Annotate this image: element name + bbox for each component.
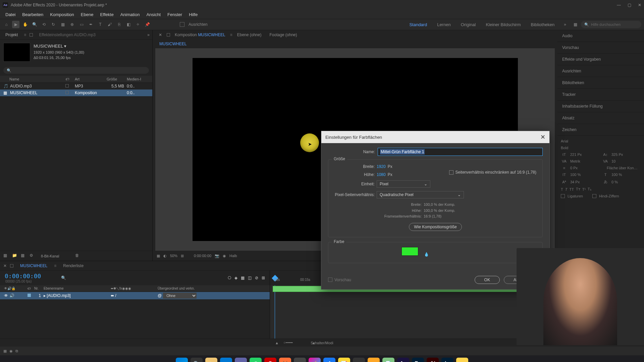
tl-icon-3[interactable]: ▦ bbox=[241, 276, 245, 280]
zoom-dropdown[interactable]: 50% bbox=[170, 254, 177, 258]
font-weight-dropdown[interactable]: Bold bbox=[561, 146, 641, 150]
taskbar-messenger-icon[interactable]: ⚡ bbox=[309, 358, 321, 362]
parent-dropdown[interactable]: Ohne bbox=[163, 293, 197, 299]
width-value[interactable]: 1920 bbox=[377, 164, 386, 169]
panel-content-aware[interactable]: Inhaltsbasierte Füllung bbox=[557, 101, 644, 112]
trash-icon[interactable]: 🗑 bbox=[75, 253, 81, 259]
viewer-channel-icon[interactable]: ◉ bbox=[223, 254, 226, 258]
taskbar-search-icon[interactable]: 🔍 bbox=[191, 358, 203, 362]
taskbar-whatsapp-icon[interactable]: ✆ bbox=[250, 358, 262, 362]
new-folder-icon[interactable]: 📁 bbox=[12, 253, 18, 259]
panel-align[interactable]: Ausrichten bbox=[557, 65, 644, 77]
timeline-layer-row[interactable]: 👁 🔊 1 ▸ [AUDIO.mp3] ⬌ / @ Ohne bbox=[0, 292, 270, 299]
panel-character[interactable]: Zeichen bbox=[557, 124, 644, 136]
tl-header-name[interactable]: Ebenenname bbox=[42, 287, 109, 290]
label-color-swatch[interactable] bbox=[65, 84, 69, 87]
color-swatch-button[interactable] bbox=[401, 247, 418, 256]
panel-paragraph[interactable]: Absatz bbox=[557, 112, 644, 124]
brush-tool-icon[interactable]: 🖌 bbox=[106, 21, 113, 28]
dialog-titlebar[interactable]: Einstellungen für Farbflächen ✕ bbox=[321, 131, 549, 143]
taskbar-teams-icon[interactable]: 👥 bbox=[235, 358, 247, 362]
menu-ansicht[interactable]: Ansicht bbox=[143, 11, 164, 18]
taskbar-mail-icon[interactable]: ✉ bbox=[220, 358, 232, 362]
tl-zoom-slider[interactable]: ○━━━ bbox=[283, 341, 293, 345]
viewer-ruler-icon[interactable]: ⊞ bbox=[181, 254, 184, 258]
start-button[interactable]: ⊞ bbox=[176, 358, 188, 362]
taskbar-ps-icon[interactable]: Ps bbox=[412, 358, 424, 362]
timeline-tab-comp[interactable]: MUSICWHEEL bbox=[17, 262, 51, 269]
roto-tool-icon[interactable]: ✧ bbox=[134, 21, 142, 28]
aspect-lock-checkbox[interactable] bbox=[449, 170, 453, 175]
height-value[interactable]: 1080 bbox=[377, 172, 386, 177]
tl-icon-1[interactable]: ⎔ bbox=[228, 276, 231, 280]
preview-checkbox[interactable] bbox=[328, 278, 332, 282]
tl-zoom-in-icon[interactable]: ▲ bbox=[312, 341, 316, 345]
workspace-lernen[interactable]: Lernen bbox=[433, 21, 454, 28]
status-icon-1[interactable]: ▦ bbox=[3, 349, 7, 353]
tl-header-parent[interactable]: Übergeordnet und verkn. bbox=[156, 287, 210, 290]
allcaps-icon[interactable]: TT bbox=[569, 187, 574, 191]
panel-preview[interactable]: Vorschau bbox=[557, 42, 644, 54]
eraser-tool-icon[interactable]: ◧ bbox=[125, 21, 132, 28]
help-search-input[interactable]: 🔍 Hilfe durchsuchen bbox=[581, 21, 641, 28]
font-family-dropdown[interactable]: Arial bbox=[561, 139, 641, 143]
panel-libraries[interactable]: Bibliotheken bbox=[557, 77, 644, 89]
status-icon-2[interactable]: ◉ bbox=[9, 349, 13, 353]
menu-bearbeiten[interactable]: Bearbeiten bbox=[19, 11, 47, 18]
baseline-value[interactable]: 34 Px bbox=[570, 180, 599, 184]
anchor-tool-icon[interactable]: ⊕ bbox=[68, 21, 76, 28]
col-header-name[interactable]: Name bbox=[3, 77, 65, 81]
snap-checkbox[interactable] bbox=[180, 22, 184, 27]
layer-name[interactable]: [AUDIO.mp3] bbox=[47, 293, 70, 298]
font-size-value[interactable]: 221 Px bbox=[570, 153, 599, 157]
menu-datei[interactable]: Datei bbox=[2, 11, 19, 18]
viewer-timecode[interactable]: 0:00:00:00 bbox=[194, 254, 211, 258]
taskbar-q-icon[interactable]: ▼ bbox=[456, 358, 468, 362]
camera-tool-icon[interactable]: ▦ bbox=[59, 21, 66, 28]
project-item-musicwheel[interactable]: ▦ MUSICWHEEL Komposition 0:0.. bbox=[0, 89, 152, 96]
comp-flowchart-breadcrumb[interactable]: MUSICWHEEL bbox=[153, 40, 557, 48]
unit-dropdown[interactable]: Pixel ⌄ bbox=[377, 180, 430, 188]
taskbar-opera-icon[interactable]: O bbox=[264, 358, 276, 362]
taskbar-facebook-icon[interactable]: f bbox=[323, 358, 335, 362]
tl-icon-5[interactable]: ⊘ bbox=[255, 276, 258, 280]
timeline-close-icon[interactable]: ✕ bbox=[3, 263, 7, 268]
minimize-button[interactable]: — bbox=[617, 3, 621, 7]
workspace-overflow-icon[interactable]: » bbox=[560, 22, 570, 27]
menu-fenster[interactable]: Fenster bbox=[164, 11, 185, 18]
panel-audio[interactable]: Audio bbox=[557, 30, 644, 42]
tracking-value[interactable]: 10 bbox=[611, 159, 641, 163]
pen-tool-icon[interactable]: ✒ bbox=[87, 21, 95, 28]
layer-visibility-icon[interactable]: 👁 bbox=[4, 293, 8, 298]
puppet-tool-icon[interactable]: 📌 bbox=[144, 21, 151, 28]
orbit-tool-icon[interactable]: ⟲ bbox=[40, 21, 48, 28]
taskbar-explorer-icon[interactable]: 🗂 bbox=[205, 358, 217, 362]
taskbar-ae-icon[interactable]: Ae bbox=[397, 358, 409, 362]
tl-icon-2[interactable]: ◈ bbox=[234, 276, 237, 280]
clone-tool-icon[interactable]: ⎘ bbox=[115, 21, 123, 28]
workspace-kleiner[interactable]: Kleiner Bildschirm bbox=[482, 21, 525, 28]
dialog-close-button[interactable]: ✕ bbox=[540, 133, 545, 141]
project-search-input[interactable] bbox=[3, 67, 149, 74]
col-header-size[interactable]: Größe bbox=[107, 77, 127, 81]
tab-footage[interactable]: Footage (ohne) bbox=[266, 31, 300, 39]
ligatures-checkbox[interactable] bbox=[561, 194, 565, 198]
timeline-timecode[interactable]: 0:00:00:00 bbox=[5, 273, 41, 280]
viewer-grid-icon[interactable]: ▦ bbox=[157, 254, 160, 258]
superscript-icon[interactable]: T¹ bbox=[582, 187, 586, 191]
maximize-button[interactable]: ▢ bbox=[628, 3, 631, 7]
smallcaps-icon[interactable]: Tᴛ bbox=[576, 187, 580, 191]
tl-icon-6[interactable]: ⊞ bbox=[262, 276, 265, 280]
layer-twirl-icon[interactable]: ▸ bbox=[44, 293, 47, 298]
tl-header-num[interactable]: Nr. bbox=[33, 287, 42, 290]
eyedropper-icon[interactable]: 💧 bbox=[424, 252, 429, 257]
parent-pickwhip-icon[interactable]: @ bbox=[158, 293, 162, 298]
menu-animation[interactable]: Animation bbox=[117, 11, 143, 18]
layer-audio-icon[interactable]: 🔊 bbox=[9, 293, 14, 298]
comp-thumbnail[interactable] bbox=[3, 43, 30, 62]
bit-depth-label[interactable]: 8-Bit-Kanal bbox=[41, 254, 59, 258]
fill-over-stroke-dropdown[interactable]: Fläche über Kon… bbox=[607, 166, 641, 170]
vscale-value[interactable]: 100 % bbox=[570, 173, 599, 177]
rect-tool-icon[interactable]: ▭ bbox=[78, 21, 85, 28]
taskbar-notes-icon[interactable]: 📝 bbox=[338, 358, 350, 362]
